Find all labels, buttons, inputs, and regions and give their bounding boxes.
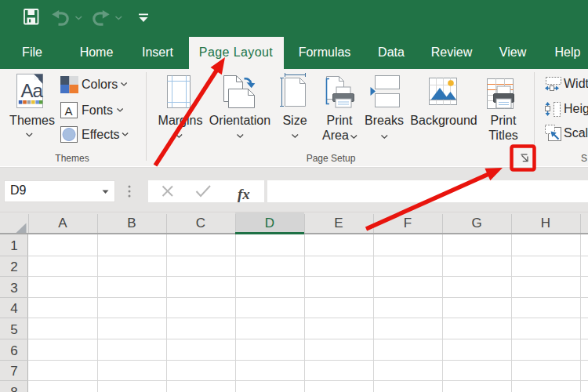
svg-text:fx: fx bbox=[238, 186, 250, 202]
